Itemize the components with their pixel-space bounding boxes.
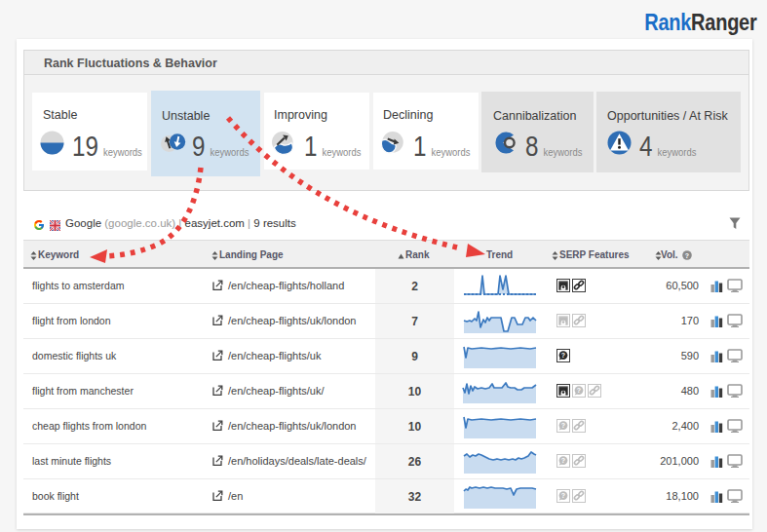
svg-text:?: ? — [561, 352, 565, 359]
svg-text:?: ? — [685, 252, 689, 259]
svg-text:?: ? — [561, 492, 565, 499]
svg-text:?: ? — [561, 457, 565, 464]
svg-text:?: ? — [561, 422, 565, 429]
